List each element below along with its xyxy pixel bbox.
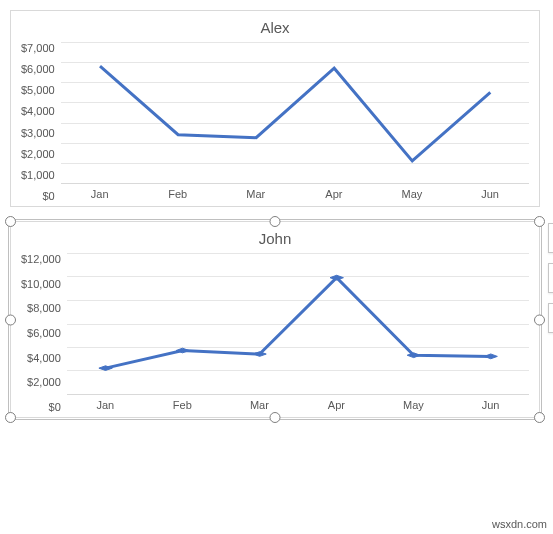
resize-handle-right[interactable] <box>534 314 545 325</box>
chart-john[interactable]: John $12,000 $10,000 $8,000 $6,000 $4,00… <box>10 221 540 418</box>
chart-area: $12,000 $10,000 $8,000 $6,000 $4,000 $2,… <box>21 253 529 413</box>
chart-elements-button[interactable]: + <box>548 223 553 253</box>
y-tick: $0 <box>42 190 54 202</box>
y-tick: $1,000 <box>21 169 55 181</box>
y-tick: $5,000 <box>21 84 55 96</box>
y-tick: $4,000 <box>21 105 55 117</box>
workspace: Alex $7,000 $6,000 $5,000 $4,000 $3,000 … <box>10 10 540 418</box>
y-tick: $10,000 <box>21 278 61 290</box>
y-tick: $7,000 <box>21 42 55 54</box>
chart-styles-button[interactable] <box>548 263 553 293</box>
chart-title: Alex <box>21 19 529 36</box>
x-tick: Apr <box>298 399 375 411</box>
y-axis: $7,000 $6,000 $5,000 $4,000 $3,000 $2,00… <box>21 42 61 202</box>
y-tick: $6,000 <box>27 327 61 339</box>
x-axis: Jan Feb Mar Apr May Jun <box>67 395 529 413</box>
resize-handle-bottom-left[interactable] <box>5 412 16 423</box>
chart-alex[interactable]: Alex $7,000 $6,000 $5,000 $4,000 $3,000 … <box>10 10 540 207</box>
x-tick: Jan <box>61 188 139 200</box>
y-tick: $0 <box>49 401 61 413</box>
resize-handle-left[interactable] <box>5 314 16 325</box>
x-tick: Feb <box>144 399 221 411</box>
plot-area <box>61 42 529 184</box>
x-tick: Jun <box>451 188 529 200</box>
resize-handle-top[interactable] <box>270 216 281 227</box>
x-tick: Feb <box>139 188 217 200</box>
chart-john-selection-wrap: John $12,000 $10,000 $8,000 $6,000 $4,00… <box>10 221 540 418</box>
y-axis: $12,000 $10,000 $8,000 $6,000 $4,000 $2,… <box>21 253 67 413</box>
chart-area: $7,000 $6,000 $5,000 $4,000 $3,000 $2,00… <box>21 42 529 202</box>
x-tick: Apr <box>295 188 373 200</box>
resize-handle-top-left[interactable] <box>5 216 16 227</box>
x-tick: Mar <box>221 399 298 411</box>
line-series <box>61 42 529 183</box>
resize-handle-bottom[interactable] <box>270 412 281 423</box>
y-tick: $8,000 <box>27 302 61 314</box>
y-tick: $6,000 <box>21 63 55 75</box>
y-tick: $2,000 <box>21 148 55 160</box>
resize-handle-top-right[interactable] <box>534 216 545 227</box>
marker-group <box>99 275 497 370</box>
x-tick: Jun <box>452 399 529 411</box>
chart-tools: + <box>548 223 553 333</box>
x-tick: May <box>373 188 451 200</box>
x-axis: Jan Feb Mar Apr May Jun <box>61 184 529 202</box>
y-tick: $2,000 <box>27 376 61 388</box>
x-tick: May <box>375 399 452 411</box>
y-tick: $3,000 <box>21 127 55 139</box>
plot-area <box>67 253 529 395</box>
x-tick: Jan <box>67 399 144 411</box>
chart-title: John <box>21 230 529 247</box>
y-tick: $12,000 <box>21 253 61 265</box>
resize-handle-bottom-right[interactable] <box>534 412 545 423</box>
chart-filter-button[interactable] <box>548 303 553 333</box>
y-tick: $4,000 <box>27 352 61 364</box>
x-tick: Mar <box>217 188 295 200</box>
